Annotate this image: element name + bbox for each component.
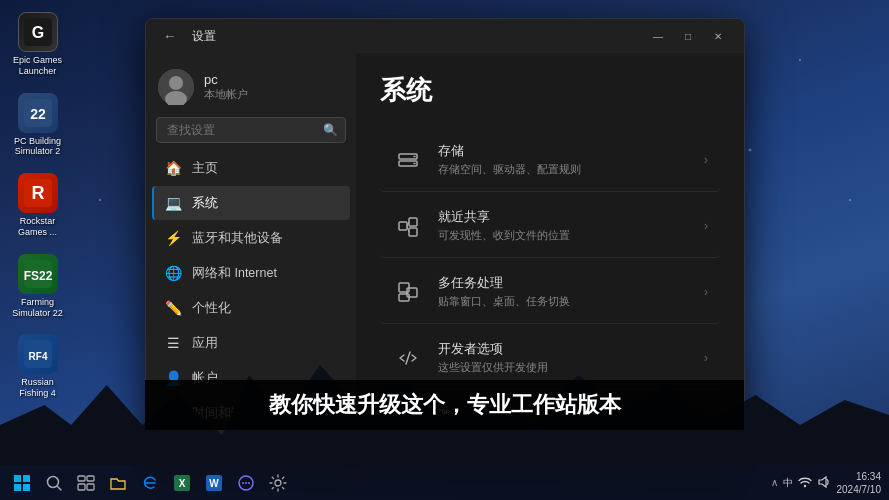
desktop-icons: G Epic Games Launcher 22 PC BuildingSimu…	[0, 0, 75, 411]
sidebar-item-home[interactable]: 🏠 主页	[152, 151, 350, 185]
storage-chevron: ›	[704, 153, 708, 167]
title-bar-left: ← 设置	[158, 24, 216, 48]
excel-button[interactable]: X	[168, 469, 196, 497]
desktop: G Epic Games Launcher 22 PC BuildingSimu…	[0, 0, 889, 500]
settings-item-storage[interactable]: 存储 存储空间、驱动器、配置规则 ›	[380, 128, 720, 192]
subtitle-banner: 教你快速升级这个，专业工作站版本	[145, 380, 744, 430]
pc-building-icon[interactable]: 22 PC BuildingSimulator 2	[8, 89, 67, 162]
storage-text: 存储 存储空间、驱动器、配置规则	[438, 142, 704, 177]
sidebar-item-gaming[interactable]: 🎮 游戏	[152, 431, 350, 465]
avatar	[158, 69, 194, 105]
volume-icon[interactable]	[817, 475, 831, 491]
svg-rect-35	[87, 476, 94, 481]
taskbar-left: X W	[8, 469, 292, 497]
sidebar-item-system[interactable]: 💻 系统	[152, 186, 350, 220]
svg-rect-37	[87, 484, 94, 490]
svg-line-33	[58, 486, 62, 490]
maximize-button[interactable]: □	[674, 24, 702, 48]
title-bar: ← 设置 — □ ✕	[146, 19, 744, 53]
epic-games-img: G	[18, 12, 58, 52]
epic-games-icon[interactable]: G Epic Games Launcher	[8, 8, 67, 81]
pc-building-img: 22	[18, 93, 58, 133]
sidebar-item-bluetooth[interactable]: ⚡ 蓝牙和其他设备	[152, 221, 350, 255]
svg-rect-30	[14, 484, 21, 491]
tray-expand[interactable]: ∧	[771, 477, 778, 488]
svg-rect-29	[23, 475, 30, 482]
rockstar-img: R	[18, 173, 58, 213]
bluetooth-icon: ⚡	[164, 229, 182, 247]
chat-button[interactable]	[232, 469, 260, 497]
svg-point-32	[48, 476, 59, 487]
developer-desc: 这些设置仅供开发使用	[438, 360, 704, 375]
fishing-label: RussianFishing 4	[19, 377, 56, 399]
svg-rect-34	[78, 476, 85, 481]
wifi-icon[interactable]	[798, 475, 812, 491]
explorer-button[interactable]	[104, 469, 132, 497]
profile-info: pc 本地帐户	[204, 72, 248, 102]
svg-rect-36	[78, 484, 85, 490]
nearby-chevron: ›	[704, 219, 708, 233]
back-button[interactable]: ←	[158, 24, 182, 48]
clock[interactable]: 16:34 2024/7/10	[837, 470, 882, 496]
pc-building-label: PC BuildingSimulator 2	[14, 136, 61, 158]
svg-rect-19	[409, 228, 417, 236]
system-icon: 💻	[164, 194, 182, 212]
fishing-img: RF4	[18, 334, 58, 374]
multitask-text: 多任务处理 贴靠窗口、桌面、任务切换	[438, 274, 704, 309]
settings-button[interactable]	[264, 469, 292, 497]
svg-text:G: G	[31, 24, 43, 41]
subtitle-text: 教你快速升级这个，专业工作站版本	[269, 392, 621, 417]
window-title: 设置	[192, 28, 216, 45]
svg-rect-28	[14, 475, 21, 482]
profile-sub: 本地帐户	[204, 87, 248, 102]
page-title: 系统	[380, 73, 720, 108]
profile-section[interactable]: pc 本地帐户	[146, 61, 356, 117]
sidebar-item-network[interactable]: 🌐 网络和 Internet	[152, 256, 350, 290]
system-label: 系统	[192, 195, 218, 212]
multitask-desc: 贴靠窗口、桌面、任务切换	[438, 294, 704, 309]
word-button[interactable]: W	[200, 469, 228, 497]
clock-date: 2024/7/10	[837, 483, 882, 496]
start-button[interactable]	[8, 469, 36, 497]
nearby-title: 就近共享	[438, 208, 704, 226]
storage-icon	[392, 144, 424, 176]
edge-button[interactable]	[136, 469, 164, 497]
ime-indicator[interactable]: 中	[783, 476, 793, 490]
nearby-icon	[392, 210, 424, 242]
nearby-text: 就近共享 可发现性、收到文件的位置	[438, 208, 704, 243]
bluetooth-label: 蓝牙和其他设备	[192, 230, 283, 247]
rockstar-label: RockstarGames ...	[18, 216, 57, 238]
svg-text:RF4: RF4	[28, 351, 47, 362]
settings-item-multitask[interactable]: 多任务处理 贴靠窗口、桌面、任务切换 ›	[380, 260, 720, 324]
svg-line-25	[406, 352, 410, 364]
home-label: 主页	[192, 160, 218, 177]
taskview-button[interactable]	[72, 469, 100, 497]
personal-label: 个性化	[192, 300, 231, 317]
fishing-icon[interactable]: RF4 RussianFishing 4	[8, 330, 67, 403]
farming-img: FS22	[18, 254, 58, 294]
svg-text:W: W	[209, 478, 219, 489]
rockstar-icon[interactable]: R RockstarGames ...	[8, 169, 67, 242]
svg-point-47	[803, 484, 805, 486]
svg-text:R: R	[31, 183, 44, 203]
minimize-button[interactable]: —	[644, 24, 672, 48]
system-tray: ∧ 中	[771, 475, 831, 491]
settings-item-nearby[interactable]: 就近共享 可发现性、收到文件的位置 ›	[380, 194, 720, 258]
storage-desc: 存储空间、驱动器、配置规则	[438, 162, 704, 177]
window-controls: — □ ✕	[644, 24, 732, 48]
svg-rect-18	[409, 218, 417, 226]
svg-point-45	[248, 482, 250, 484]
search-taskbar-button[interactable]	[40, 469, 68, 497]
search-icon: 🔍	[323, 123, 338, 137]
farming-icon[interactable]: FS22 FarmingSimulator 22	[8, 250, 67, 323]
developer-chevron: ›	[704, 351, 708, 365]
sidebar-item-apps[interactable]: ☰ 应用	[152, 326, 350, 360]
developer-icon-img	[392, 342, 424, 374]
close-button[interactable]: ✕	[704, 24, 732, 48]
svg-text:X: X	[179, 478, 186, 489]
sidebar-item-personal[interactable]: ✏️ 个性化	[152, 291, 350, 325]
search-box: 🔍	[156, 117, 346, 143]
profile-name: pc	[204, 72, 248, 87]
search-input[interactable]	[156, 117, 346, 143]
apps-label: 应用	[192, 335, 218, 352]
